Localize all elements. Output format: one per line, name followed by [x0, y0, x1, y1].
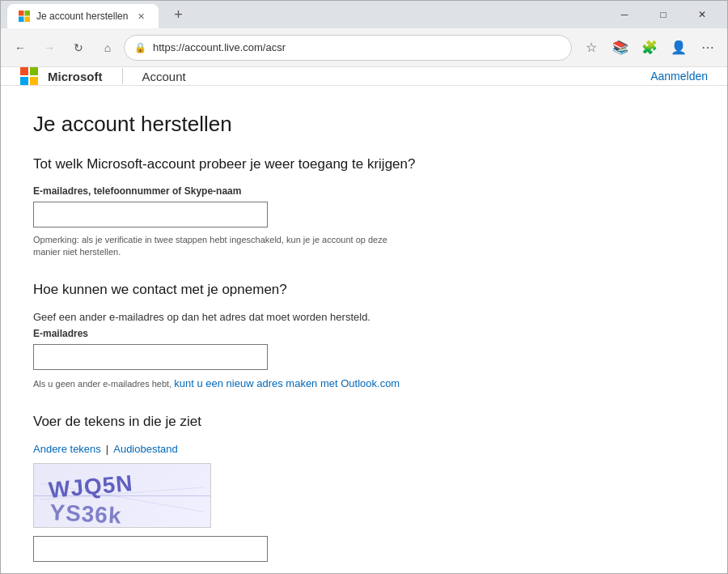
- verification-note: Opmerking: als je verificatie in twee st…: [33, 234, 405, 259]
- header-divider: [122, 68, 123, 84]
- tab-favicon: [19, 11, 30, 22]
- close-button[interactable]: ✕: [684, 1, 721, 28]
- svg-rect-0: [19, 11, 24, 16]
- captcha-image: WJQ5N YS36k: [33, 463, 211, 528]
- alt-email-label: E-mailadres: [33, 328, 535, 339]
- forward-button[interactable]: →: [36, 35, 62, 61]
- collections-icon[interactable]: 📚: [607, 35, 633, 61]
- logo-green: [30, 67, 38, 75]
- main-form: Je account herstellen Tot welk Microsoft…: [1, 86, 567, 573]
- ms-logo-text: Microsoft: [48, 70, 103, 83]
- browser-window: Je account herstellen ✕ + ─ □ ✕ ← → ↻ ⌂ …: [0, 0, 728, 574]
- navigation-bar: ← → ↻ ⌂ 🔒 https://account.live.com/acsr …: [1, 28, 727, 67]
- svg-rect-2: [19, 17, 24, 23]
- home-button[interactable]: ⌂: [95, 35, 121, 61]
- extensions-icon[interactable]: 🧩: [637, 35, 662, 61]
- window-controls: ─ □ ✕: [606, 1, 721, 28]
- section2-desc: Geef een ander e-mailadres op dan het ad…: [33, 311, 535, 323]
- page-title: Je account herstellen: [33, 112, 535, 137]
- email-input[interactable]: [33, 202, 268, 227]
- logo-blue: [20, 77, 28, 85]
- back-button[interactable]: ←: [7, 35, 33, 61]
- title-bar-left: Je account herstellen ✕ +: [7, 1, 189, 28]
- nav-right-icons: ☆ 📚 🧩 👤 ⋯: [578, 35, 721, 61]
- url-text: https://account.live.com/acsr: [153, 41, 561, 53]
- logo-yellow: [30, 77, 38, 85]
- minimize-button[interactable]: ─: [606, 1, 643, 28]
- address-bar[interactable]: 🔒 https://account.live.com/acsr: [124, 35, 572, 61]
- alt-email-input[interactable]: [33, 344, 268, 370]
- section2: Hoe kunnen we contact met je opnemen? Ge…: [33, 282, 535, 391]
- maximize-button[interactable]: □: [645, 1, 682, 28]
- profile-icon[interactable]: 👤: [666, 35, 692, 61]
- refresh-button[interactable]: ↻: [66, 35, 91, 61]
- captcha-section: Voer de tekens in die je ziet Andere tek…: [33, 414, 535, 573]
- no-email-note: Als u geen ander e-mailadres hebt, kunt …: [33, 376, 405, 391]
- active-tab[interactable]: Je account herstellen ✕: [7, 4, 159, 28]
- page-content: Microsoft Account Aanmelden Je account h…: [1, 67, 727, 573]
- header-signin-link[interactable]: Aanmelden: [650, 70, 708, 83]
- create-outlook-link[interactable]: kunt u een nieuw adres maken met Outlook…: [174, 377, 400, 389]
- logo-red: [20, 67, 28, 75]
- svg-text:YS36k: YS36k: [49, 500, 123, 524]
- lock-icon: 🔒: [134, 42, 146, 53]
- title-bar: Je account herstellen ✕ + ─ □ ✕: [1, 1, 727, 28]
- svg-rect-3: [25, 17, 31, 23]
- header-account-label: Account: [142, 70, 186, 83]
- menu-icon[interactable]: ⋯: [695, 35, 721, 61]
- ms-logo: Microsoft Account: [20, 67, 186, 85]
- captcha-input[interactable]: [33, 536, 268, 562]
- email-field-label: E-mailadres, telefoonnummer of Skype-naa…: [33, 185, 535, 197]
- ms-logo-grid: [20, 67, 38, 85]
- svg-text:WJQ5N: WJQ5N: [48, 470, 134, 503]
- captcha-title: Voer de tekens in die je ziet: [33, 414, 535, 430]
- section2-title: Hoe kunnen we contact met je opnemen?: [33, 282, 535, 298]
- captcha-line: [34, 495, 210, 496]
- ms-header: Microsoft Account Aanmelden: [1, 67, 727, 86]
- captcha-options: Andere tekens | Audiobestand: [33, 443, 535, 455]
- captcha-separator: |: [106, 443, 108, 455]
- tab-title: Je account herstellen: [36, 11, 128, 22]
- new-tab-button[interactable]: +: [167, 3, 189, 26]
- captcha-audio-link[interactable]: Audiobestand: [113, 443, 178, 455]
- favorites-icon[interactable]: ☆: [578, 35, 604, 61]
- svg-rect-1: [25, 11, 31, 16]
- section1-title: Tot welk Microsoft-account probeer je we…: [33, 156, 535, 172]
- tab-close-btn[interactable]: ✕: [134, 10, 147, 23]
- captcha-other-link[interactable]: Andere tekens: [33, 443, 101, 455]
